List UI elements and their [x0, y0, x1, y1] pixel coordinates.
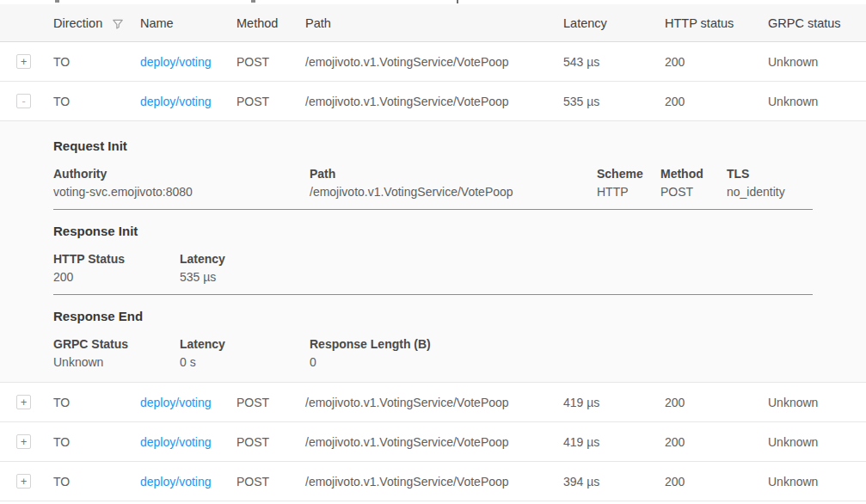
direction-header-label: Direction [53, 16, 102, 30]
http-status-cell: 200 [665, 435, 768, 449]
latency-label: Latency [180, 250, 225, 268]
response-init-fields: HTTP Status 200 Latency 535 µs [53, 250, 813, 286]
http-status-label: HTTP Status [53, 250, 180, 268]
column-header-http-status: HTTP status [665, 16, 768, 30]
column-header-latency: Latency [563, 16, 665, 30]
http-status-cell: 200 [665, 475, 768, 489]
table-row: + TO deploy/voting POST /emojivoto.v1.Vo… [0, 462, 866, 501]
path-cell: /emojivoto.v1.VotingService/VotePoop [305, 475, 563, 489]
path-cell: /emojivoto.v1.VotingService/VotePoop [305, 435, 563, 449]
latency-label: Latency [180, 335, 310, 353]
section-divider [53, 209, 813, 210]
direction-cell: TO [53, 55, 140, 69]
expand-row-button[interactable]: + [16, 395, 31, 409]
scheme-label: Scheme [597, 165, 660, 183]
latency-value: 0 s [180, 353, 310, 372]
latency-cell: 535 µs [563, 95, 665, 108]
path-value: /emojivoto.v1.VotingService/VotePoop [310, 183, 597, 201]
latency-cell: 543 µs [563, 55, 665, 69]
http-status-cell: 200 [665, 95, 768, 108]
grpc-status-cell: Unknown [768, 396, 866, 409]
deployment-link[interactable]: deploy/voting [140, 396, 212, 409]
method-label: Method [660, 165, 727, 183]
response-end-title: Response End [53, 309, 813, 324]
table-header-row: Direction Name Method Path Latency HTTP … [0, 4, 866, 42]
expand-row-button[interactable]: + [16, 474, 31, 489]
method-cell: POST [236, 435, 305, 449]
expand-row-button[interactable]: + [16, 54, 31, 69]
response-end-fields: GRPC Status Unknown Latency 0 s Response… [53, 335, 813, 372]
method-value: POST [660, 183, 727, 201]
table-row: + TO deploy/voting POST /emojivoto.v1.Vo… [0, 383, 866, 422]
authority-value: voting-svc.emojivoto:8080 [53, 183, 310, 201]
grpc-status-cell: Unknown [768, 55, 866, 69]
request-init-title: Request Init [53, 138, 813, 154]
path-label: Path [310, 165, 597, 183]
response-init-title: Response Init [53, 224, 813, 239]
row-detail-panel: Request Init Authority voting-svc.emojiv… [0, 121, 866, 383]
method-cell: POST [236, 55, 305, 69]
grpc-status-cell: Unknown [768, 435, 866, 449]
clipped-text-artifact [251, 0, 255, 3]
grpc-status-value: Unknown [53, 353, 180, 372]
direction-cell: TO [53, 475, 140, 489]
column-header-name: Name [140, 16, 236, 30]
grpc-status-cell: Unknown [768, 95, 866, 108]
table-row: + TO deploy/voting POST /emojivoto.v1.Vo… [0, 42, 866, 82]
table-row: + TO deploy/voting POST /emojivoto.v1.Vo… [0, 422, 866, 462]
tls-value: no_identity [727, 183, 785, 201]
response-length-label: Response Length (B) [310, 335, 431, 353]
filter-icon[interactable] [112, 18, 124, 30]
table-row-expanded: - TO deploy/voting POST /emojivoto.v1.Vo… [0, 82, 866, 121]
latency-cell: 394 µs [563, 475, 665, 489]
http-status-value: 200 [53, 268, 180, 286]
path-cell: /emojivoto.v1.VotingService/VotePoop [305, 55, 563, 69]
direction-cell: TO [53, 435, 140, 449]
column-header-direction: Direction [53, 16, 140, 30]
method-cell: POST [236, 95, 305, 108]
clipped-text-artifact [457, 0, 458, 3]
tap-table: Direction Name Method Path Latency HTTP … [0, 4, 866, 501]
column-header-grpc-status: GRPC status [768, 16, 866, 30]
http-status-cell: 200 [665, 55, 768, 69]
scheme-value: HTTP [597, 183, 660, 201]
authority-label: Authority [53, 165, 310, 183]
grpc-status-label: GRPC Status [53, 335, 180, 353]
tap-results-page: Direction Name Method Path Latency HTTP … [0, 0, 866, 504]
direction-cell: TO [53, 396, 140, 409]
section-divider [53, 294, 813, 295]
method-cell: POST [236, 396, 305, 409]
deployment-link[interactable]: deploy/voting [140, 55, 212, 69]
direction-cell: TO [53, 95, 140, 108]
deployment-link[interactable]: deploy/voting [140, 435, 212, 449]
latency-value: 535 µs [180, 268, 225, 286]
grpc-status-cell: Unknown [768, 475, 866, 489]
latency-cell: 419 µs [563, 435, 665, 449]
column-header-path: Path [305, 16, 563, 30]
response-length-value: 0 [310, 353, 431, 372]
path-cell: /emojivoto.v1.VotingService/VotePoop [305, 396, 563, 409]
collapse-row-button[interactable]: - [16, 94, 31, 108]
deployment-link[interactable]: deploy/voting [140, 475, 212, 489]
deployment-link[interactable]: deploy/voting [140, 95, 212, 108]
latency-cell: 419 µs [563, 396, 665, 409]
http-status-cell: 200 [665, 396, 768, 409]
tls-label: TLS [727, 165, 785, 183]
expand-row-button[interactable]: + [16, 434, 31, 449]
clipped-text-artifact [55, 0, 59, 3]
path-cell: /emojivoto.v1.VotingService/VotePoop [305, 95, 563, 108]
method-cell: POST [236, 475, 305, 489]
request-init-fields: Authority voting-svc.emojivoto:8080 Path… [53, 165, 813, 201]
column-header-method: Method [236, 16, 305, 30]
